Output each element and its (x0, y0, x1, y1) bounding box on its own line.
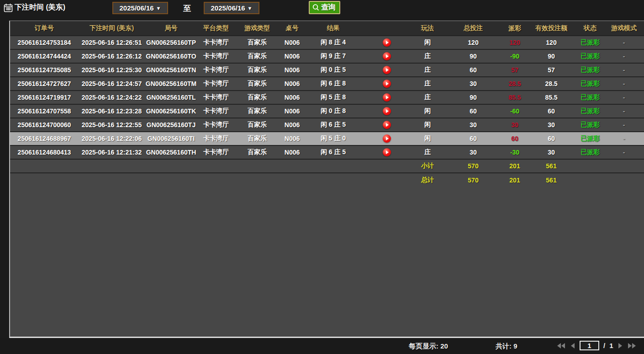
page-title: 下注时间 (美东) (15, 3, 65, 12)
table-row[interactable]: 2506161247444242025-06-16 12:26:12GN0062… (10, 49, 644, 63)
page-separator: / (603, 342, 605, 349)
payout-cell: -30 (503, 145, 526, 159)
chevron-down-icon: ▼ (156, 5, 161, 11)
video-cell (362, 49, 412, 63)
table-body: 2506161247531842025-06-16 12:26:51GN0062… (10, 36, 644, 187)
play-type-cell: 闲 (412, 104, 443, 118)
play-video-icon[interactable] (383, 80, 391, 88)
play-type-cell: 闲 (412, 36, 443, 49)
table-row[interactable]: 2506161247531842025-06-16 12:26:51GN0062… (10, 36, 644, 49)
total-bet-cell: 90 (443, 49, 503, 63)
date-from-value: 2025/06/16 (120, 4, 154, 12)
next-page-button[interactable] (618, 342, 623, 349)
result-cell: 闲 0 庄 8 (305, 104, 362, 118)
payout-cell: 30 (503, 118, 526, 132)
column-header-10: 派彩 (503, 21, 526, 36)
double-right-arrow-icon (628, 343, 632, 349)
play-video-icon[interactable] (383, 52, 391, 60)
order-id-cell: 250616124680413 (10, 145, 79, 159)
game-type-cell: 百家乐 (235, 118, 280, 132)
round-id-cell: GN006256160TP (145, 36, 197, 49)
play-video-icon[interactable] (383, 134, 391, 143)
total-bet-cell: 30 (443, 77, 503, 91)
game-type-cell: 百家乐 (235, 63, 280, 77)
round-id-cell: GN006256160TM (145, 77, 197, 91)
table-row[interactable]: 2506161247000602025-06-16 12:22:55GN0062… (10, 118, 644, 132)
payout-cell: -90 (503, 49, 526, 63)
play-video-icon[interactable] (383, 148, 391, 156)
payout-cell: 57 (503, 63, 526, 77)
total-row-valid-bet: 561 (526, 173, 576, 187)
order-id-cell: 250616124719917 (10, 91, 79, 104)
table-row[interactable]: 2506161247350852025-06-16 12:25:30GN0062… (10, 63, 644, 77)
table-row[interactable]: 2506161247276272025-06-16 12:24:57GN0062… (10, 77, 644, 91)
pager: / 1 (556, 341, 637, 350)
query-button[interactable]: 查询 (309, 1, 340, 14)
order-id-cell: 250616124700060 (10, 118, 79, 132)
total-bet-cell: 60 (443, 104, 503, 118)
result-cell: 闲 6 庄 5 (305, 118, 362, 132)
table-no-cell: N006 (280, 49, 305, 63)
date-to-select[interactable]: 2025/06/16 ▼ (204, 2, 259, 14)
result-cell: 闲 6 庄 5 (305, 145, 362, 159)
valid-bet-cell: 90 (526, 49, 576, 63)
column-header-1: 下注时间 (美东) (79, 21, 145, 36)
total-bet-cell: 60 (443, 63, 503, 77)
subtotal-row: 小计570201561 (10, 159, 644, 173)
empty-cell (10, 159, 412, 173)
game-type-cell: 百家乐 (235, 104, 280, 118)
play-type-cell: 庄 (412, 91, 443, 104)
column-header-5: 桌号 (280, 21, 305, 36)
game-type-cell: 百家乐 (235, 36, 280, 49)
left-arrow-icon (571, 343, 575, 349)
bet-time-filter-label: 下注时间 (美东) (4, 3, 65, 12)
valid-bet-cell: 57 (526, 63, 576, 77)
play-video-icon[interactable] (383, 107, 391, 115)
column-header-3: 平台类型 (197, 21, 235, 36)
platform-cell: 卡卡湾厅 (197, 104, 235, 118)
video-cell (362, 118, 412, 132)
prev-page-button[interactable] (570, 342, 575, 349)
play-video-icon[interactable] (383, 121, 391, 129)
order-id-cell: 250616124727627 (10, 77, 79, 91)
play-video-icon[interactable] (383, 93, 391, 102)
column-header-6: 结果 (305, 21, 362, 36)
payout-cell: -60 (503, 104, 526, 118)
table-no-cell: N006 (280, 132, 305, 145)
table-no-cell: N006 (280, 63, 305, 77)
status-cell: 已派彩 (576, 63, 604, 77)
bet-time-cell: 2025-06-16 12:23:28 (79, 104, 145, 118)
play-type-cell: 闲 (412, 118, 443, 132)
table-row[interactable]: 2506161247199172025-06-16 12:24:22GN0062… (10, 91, 644, 104)
date-from-select[interactable]: 2025/06/16 ▼ (112, 2, 168, 14)
play-type-cell: 庄 (412, 145, 443, 159)
game-type-cell: 百家乐 (235, 77, 280, 91)
table-no-cell: N006 (280, 36, 305, 49)
game-mode-cell: - (604, 36, 644, 49)
chevron-down-icon: ▼ (248, 5, 253, 11)
last-page-button[interactable] (627, 342, 637, 349)
play-video-icon[interactable] (383, 66, 391, 74)
order-id-cell: 250616124688967 (10, 132, 79, 145)
page-total: 1 (609, 342, 613, 349)
table-row[interactable]: 2506161247075582025-06-16 12:23:28GN0062… (10, 104, 644, 118)
table-header-row: 订单号下注时间 (美东)局号平台类型游戏类型桌号结果玩法总投注派彩有效投注额状态… (10, 21, 644, 36)
table-no-cell: N006 (280, 145, 305, 159)
valid-bet-cell: 120 (526, 36, 576, 49)
total-row: 总计570201561 (10, 173, 644, 187)
round-id-cell: GN006256160TN (145, 63, 197, 77)
result-cell: 闲 5 庄 0 (305, 132, 362, 145)
column-header-2: 局号 (145, 21, 197, 36)
bet-time-cell: 2025-06-16 12:24:22 (79, 91, 145, 104)
table-row[interactable]: 2506161246804132025-06-16 12:21:32GN0062… (10, 145, 644, 159)
column-header-8: 玩法 (412, 21, 443, 36)
play-video-icon[interactable] (383, 38, 391, 47)
page-input[interactable] (580, 341, 599, 350)
per-page-label: 每页显示: 20 (409, 342, 448, 351)
total-row-total-bet: 570 (443, 173, 503, 187)
game-type-cell: 百家乐 (235, 91, 280, 104)
valid-bet-cell: 60 (526, 104, 576, 118)
first-page-button[interactable] (556, 342, 566, 349)
column-header-12: 状态 (576, 21, 604, 36)
table-row[interactable]: 2506161246889672025-06-16 12:22:06GN0062… (10, 132, 644, 145)
